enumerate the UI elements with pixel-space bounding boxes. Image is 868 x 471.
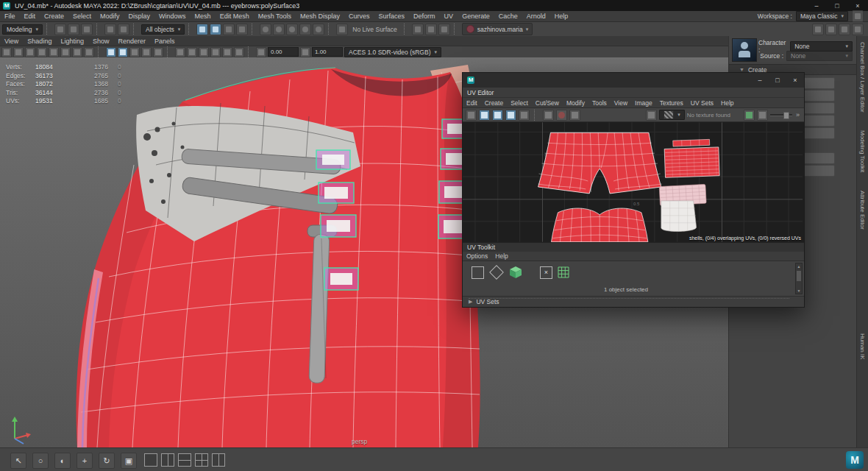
wireframe-on-shaded-icon[interactable] [118, 47, 128, 57]
uv-menu-cut-sew[interactable]: Cut/Sew [532, 99, 563, 107]
uv-dim-image-slider[interactable] [770, 111, 792, 118]
render-icon[interactable] [412, 24, 424, 35]
lasso-tool-icon[interactable]: ○ [32, 453, 49, 469]
depth-of-field-icon[interactable] [210, 47, 221, 57]
menu-select[interactable]: Select [68, 13, 96, 20]
uv-display-checker-icon[interactable] [479, 110, 490, 121]
scrollbar-thumb[interactable] [797, 271, 801, 281]
uv-grid-toggle-icon[interactable] [466, 110, 477, 121]
menu-mesh-display[interactable]: Mesh Display [296, 13, 344, 20]
menu-windows[interactable]: Windows [154, 13, 191, 20]
uv-menu-image[interactable]: Image [631, 99, 656, 107]
selection-mask-dropdown[interactable]: All objects ▾ [141, 24, 185, 35]
select-by-hierarchy-icon[interactable] [196, 24, 208, 35]
menu-modify[interactable]: Modify [96, 13, 124, 20]
new-scene-icon[interactable] [54, 24, 66, 35]
gamma-field[interactable]: 1.00 [312, 47, 343, 57]
move-tool-icon[interactable]: + [77, 453, 93, 469]
panel-menu-show[interactable]: Show [88, 38, 114, 45]
menu-help[interactable]: Help [550, 13, 573, 20]
uv-menu-tools[interactable]: Tools [588, 99, 611, 107]
gate-mask-icon[interactable] [49, 47, 59, 57]
tab-attribute-editor[interactable]: Attribute Editor [859, 191, 866, 230]
field-chart-icon[interactable] [60, 47, 71, 57]
character-dropdown[interactable]: None ▾ [790, 41, 853, 52]
texture-grid-icon[interactable] [646, 110, 657, 121]
snap-to-projected-center-icon[interactable] [299, 24, 311, 35]
panel-menu-shading[interactable]: Shading [23, 38, 56, 45]
camera-lock-icon[interactable] [1, 47, 12, 57]
grid-toggle-icon[interactable] [13, 47, 24, 57]
motion-blur-icon[interactable] [187, 47, 197, 57]
uv-editor-titlebar[interactable]: M – □ × [463, 73, 804, 88]
safe-title-icon[interactable] [84, 47, 94, 57]
scroll-down-icon[interactable]: ▼ [796, 288, 802, 294]
source-dropdown[interactable]: None ▾ [786, 51, 853, 61]
uv-settings-gear-icon[interactable] [757, 110, 768, 121]
uv-display-wireframe-icon[interactable] [505, 110, 516, 121]
uv-face-mode-cube-icon[interactable] [509, 266, 522, 279]
panel-menu-renderer[interactable]: Renderer [113, 38, 150, 45]
uv-editor-maximize-button[interactable]: □ [769, 73, 786, 88]
view-transform-dropdown[interactable]: ACES 1.0 SDR-video (sRGB) ▾ [344, 47, 441, 57]
save-scene-icon[interactable] [81, 24, 93, 35]
uv-editor-minimize-button[interactable]: – [751, 73, 769, 88]
workspace-settings-icon[interactable] [852, 10, 864, 22]
layout-two-pane-horizontal-button[interactable] [178, 453, 191, 467]
menu-mesh[interactable]: Mesh [191, 13, 216, 20]
select-tool-icon[interactable]: ↖ [10, 453, 26, 469]
toolkit-menu-help[interactable]: Help [491, 252, 511, 260]
ipr-render-icon[interactable] [425, 24, 437, 35]
maximize-button[interactable]: □ [827, 0, 847, 11]
scroll-up-icon[interactable]: ▲ [796, 263, 802, 269]
uv-grid-tool-icon[interactable] [558, 266, 569, 278]
rotate-tool-icon[interactable]: ↻ [99, 453, 115, 469]
redo-icon[interactable] [118, 24, 129, 35]
uv-menu-uv-sets[interactable]: UV Sets [687, 99, 717, 107]
workspace-dropdown[interactable]: Maya Classic ▾ [796, 11, 848, 21]
uv-menu-select[interactable]: Select [507, 99, 532, 107]
uv-image-filter-icon[interactable] [569, 110, 580, 121]
menu-edit[interactable]: Edit [20, 13, 40, 20]
uv-menu-view[interactable]: View [611, 99, 631, 107]
shadows-icon[interactable] [153, 47, 163, 57]
uv-vertex-mode-icon[interactable] [472, 266, 484, 279]
snap-to-point-icon[interactable] [286, 24, 298, 35]
attribute-editor-toggle-icon[interactable] [812, 24, 824, 35]
layout-outliner-persp-button[interactable] [212, 453, 225, 467]
render-settings-icon[interactable] [438, 24, 450, 35]
film-gate-icon[interactable] [25, 47, 35, 57]
open-scene-icon[interactable] [68, 24, 79, 35]
scale-tool-icon[interactable]: ▣ [121, 453, 137, 469]
multisample-aa-icon[interactable] [199, 47, 209, 57]
menu-create[interactable]: Create [40, 13, 68, 20]
uv-canvas[interactable]: 0.5 0.5 [463, 122, 804, 242]
menu-surfaces[interactable]: Surfaces [374, 13, 410, 20]
paint-select-tool-icon[interactable]: ◐ [54, 453, 71, 469]
highlight-selection-icon[interactable] [236, 24, 248, 35]
use-all-lights-icon[interactable] [141, 47, 152, 57]
uv-menu-modify[interactable]: Modify [563, 99, 588, 107]
uv-isolate-icon[interactable] [543, 110, 554, 121]
snap-to-curve-icon[interactable] [273, 24, 285, 35]
close-button[interactable]: × [847, 0, 868, 11]
tool-settings-toggle-icon[interactable] [825, 24, 837, 35]
tab-modeling-toolkit[interactable]: Modeling Toolkit [859, 130, 866, 172]
screen-space-ao-icon[interactable] [175, 47, 185, 57]
xray-display-icon[interactable] [234, 47, 244, 57]
menu-mesh-tools[interactable]: Mesh Tools [254, 13, 296, 20]
uv-editor-close-button[interactable]: × [786, 73, 804, 88]
uv-display-distortion-icon[interactable] [519, 110, 530, 121]
menu-arnold[interactable]: Arnold [522, 13, 550, 20]
menu-set-dropdown[interactable]: Modeling ▾ [2, 24, 43, 35]
menu-file[interactable]: File [0, 13, 20, 20]
uv-display-shaded-icon[interactable] [492, 110, 503, 121]
isolate-select-icon[interactable] [222, 47, 232, 57]
menu-curves[interactable]: Curves [344, 13, 374, 20]
panel-menu-lighting[interactable]: Lighting [56, 38, 88, 45]
snap-to-grid-icon[interactable] [260, 24, 271, 35]
toolkit-menu-options[interactable]: Options [463, 252, 491, 260]
uv-menu-create[interactable]: Create [481, 99, 508, 107]
uv-snapshot-icon[interactable] [744, 110, 755, 121]
exposure-icon[interactable] [256, 47, 266, 57]
